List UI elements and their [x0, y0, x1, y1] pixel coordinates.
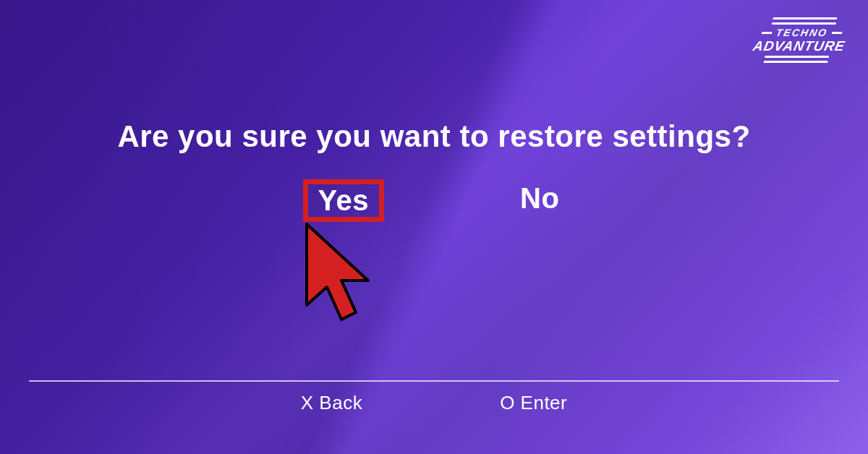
enter-hint: O Enter	[500, 392, 567, 414]
no-button[interactable]: No	[507, 179, 572, 222]
restore-settings-dialog: TECHNO ADVANTURE Are you sure you want t…	[0, 0, 868, 454]
dialog-options: Yes No	[0, 179, 868, 222]
logo-text-top: TECHNO	[775, 27, 829, 38]
footer-hints: X Back O Enter	[29, 380, 839, 414]
dialog-title: Are you sure you want to restore setting…	[0, 119, 868, 154]
logo-text-bottom: ADVANTURE	[752, 39, 846, 53]
yes-button[interactable]: Yes	[303, 179, 384, 222]
back-hint: X Back	[301, 392, 362, 414]
techno-advanture-logo: TECHNO ADVANTURE	[749, 14, 852, 66]
cursor-icon	[299, 218, 379, 341]
